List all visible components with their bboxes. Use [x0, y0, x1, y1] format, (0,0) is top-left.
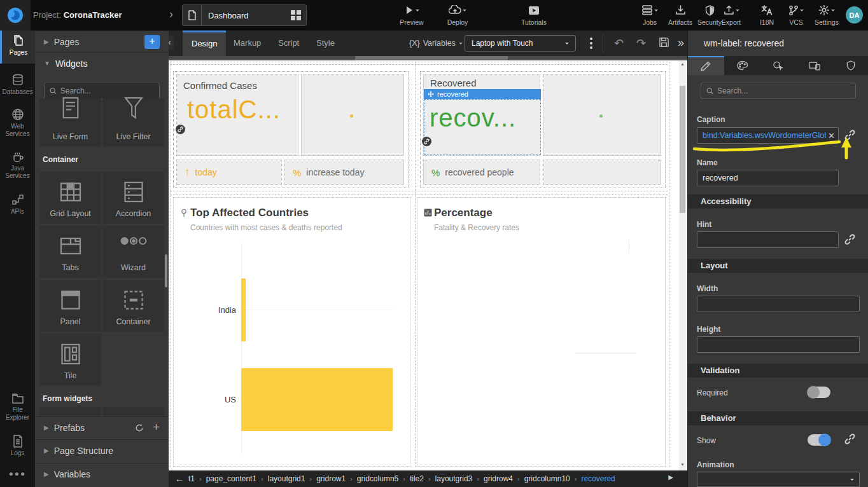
recovered-chart-cell[interactable] — [543, 74, 661, 156]
breadcrumb-scroll-right-icon[interactable]: ▶ — [668, 474, 673, 481]
jobs-caret-icon[interactable] — [654, 10, 658, 13]
widget-tile-grid-layout[interactable]: Grid Layout — [39, 172, 101, 224]
wavemaker-logo[interactable] — [0, 0, 31, 31]
clear-caption-icon[interactable]: ✕ — [826, 131, 835, 141]
preview-caret-icon[interactable] — [416, 10, 419, 13]
countries-chart[interactable]: IndiaUS — [174, 238, 410, 466]
preview-button[interactable]: Preview — [395, 3, 429, 26]
page-structure-section-header[interactable]: ▶ Page Structure — [35, 439, 169, 461]
breadcrumb-back-icon[interactable]: ← — [175, 474, 184, 484]
vcs-caret-icon[interactable] — [800, 10, 804, 13]
save-button[interactable] — [659, 37, 669, 51]
property-search-input[interactable] — [717, 86, 850, 95]
bind-show-button[interactable] — [844, 434, 855, 447]
page-tab-dashboard[interactable]: Dashboard — [182, 4, 307, 26]
deploy-button[interactable]: Deploy — [440, 3, 475, 26]
tab-markup[interactable]: Markup — [225, 31, 270, 56]
width-input[interactable] — [697, 296, 860, 312]
confirmed-increase-cell[interactable]: %increase today — [284, 160, 404, 185]
section-behavior[interactable]: Behavior — [688, 411, 868, 425]
tab-events[interactable] — [760, 56, 797, 75]
chart-bar[interactable] — [241, 278, 246, 341]
confirmed-today-cell[interactable]: ↑today — [176, 160, 282, 185]
widget-tile-wizard[interactable]: Wizard — [102, 226, 164, 278]
widget-tile-tabs[interactable]: Tabs — [39, 226, 101, 278]
bind-badge-icon[interactable] — [176, 125, 185, 134]
widget-tile-live-form[interactable]: Live Form — [39, 99, 101, 147]
more-options-button[interactable] — [587, 36, 595, 51]
breadcrumb-item[interactable]: t1 — [188, 474, 195, 483]
settings-button[interactable]: Settings — [809, 3, 844, 26]
rail-item-logs[interactable]: Logs — [0, 431, 35, 462]
selection-tag[interactable]: recovered — [424, 89, 541, 99]
add-page-button[interactable]: + — [144, 35, 160, 49]
undo-button[interactable]: ↶ — [614, 36, 624, 50]
pages-section-header[interactable]: ▶ Pages + — [35, 31, 169, 52]
animation-select[interactable] — [697, 472, 860, 487]
tab-devices[interactable] — [796, 56, 832, 75]
confirmed-value-label[interactable]: totalC... — [187, 95, 281, 124]
rail-more-button[interactable]: ●●● — [0, 469, 35, 478]
panel-scrollbar[interactable] — [165, 254, 167, 287]
panel-top-affected-countries[interactable]: Top Affected Countries Countries with mo… — [173, 197, 410, 467]
tab-style[interactable]: Style — [307, 31, 344, 56]
export-button[interactable]: Export — [714, 3, 748, 26]
canvas-vertical-scrollbar[interactable]: ▲ ▼ — [679, 60, 686, 470]
recovered-people-cell[interactable]: %recovered people — [423, 160, 540, 185]
panel-percentage[interactable]: Percentage Fatality & Recovery rates — [417, 197, 666, 467]
recovered-value-label[interactable]: recov... — [430, 104, 516, 132]
prefabs-section-header[interactable]: ▶ Prefabs + — [35, 416, 169, 438]
breadcrumb-item[interactable]: recovered — [581, 474, 615, 483]
breadcrumb-item[interactable]: gridrow1 — [316, 474, 346, 483]
tab-styles[interactable] — [724, 56, 760, 75]
redo-button[interactable]: ↷ — [636, 36, 646, 50]
recovered-empty-cell[interactable] — [543, 160, 661, 185]
scroll-up-arrow[interactable]: ▲ — [679, 62, 686, 66]
chart-bar[interactable] — [241, 368, 393, 431]
widget-tile-container[interactable]: Container — [102, 280, 164, 332]
breadcrumb-item[interactable]: gridcolumn10 — [524, 474, 570, 483]
widget-tile-tile[interactable]: Tile — [39, 334, 101, 386]
property-search[interactable] — [701, 83, 856, 99]
breadcrumb-item[interactable]: gridrow4 — [484, 474, 513, 483]
widget-tile-accordion[interactable]: Accordion — [102, 172, 164, 224]
rail-item-pages[interactable]: Pages — [0, 31, 35, 64]
widgets-section-header[interactable]: ▼ Widgets — [35, 52, 169, 74]
deploy-caret-icon[interactable] — [463, 10, 466, 13]
variables-menu-button[interactable]: {X} Variables — [409, 31, 463, 56]
tab-properties[interactable] — [688, 56, 724, 75]
scroll-down-arrow[interactable]: ▼ — [679, 462, 686, 467]
recovered-main-cell[interactable]: Recovered recovered recov... — [423, 74, 540, 156]
breadcrumb-item[interactable]: gridcolumn5 — [357, 474, 398, 483]
breadcrumb-item[interactable]: layoutgrid3 — [435, 474, 473, 483]
breadcrumb-item[interactable]: tile2 — [410, 474, 424, 483]
section-validation[interactable]: Validation — [688, 364, 868, 378]
rail-item-web-services[interactable]: Web Services — [0, 104, 35, 144]
confirmed-main-cell[interactable]: Confirmed Cases totalC... — [176, 74, 298, 156]
widget-tile-partial[interactable] — [39, 407, 101, 416]
rail-item-file-explorer[interactable]: File Explorer — [0, 389, 35, 425]
confirmed-chart-cell[interactable] — [301, 74, 404, 156]
tile-recovered[interactable]: Recovered recovered recov... %recovered … — [420, 71, 666, 188]
widget-tile-live-filter[interactable]: Live Filter — [102, 99, 164, 147]
bind-badge-icon[interactable] — [422, 137, 431, 146]
rail-item-java-services[interactable]: Java Services — [0, 146, 35, 186]
selected-label-widget[interactable]: recov... — [424, 99, 541, 155]
settings-caret-icon[interactable] — [831, 10, 835, 13]
scrollbar-thumb[interactable] — [680, 86, 685, 213]
user-avatar[interactable]: DA — [846, 6, 863, 24]
expand-right-panel-button[interactable]: » — [678, 36, 684, 50]
bind-caption-button[interactable] — [844, 130, 855, 143]
design-canvas[interactable]: Confirmed Cases totalC... ↑today %increa… — [169, 60, 687, 470]
tutorials-button[interactable]: Tutorials — [517, 3, 551, 26]
tab-script[interactable]: Script — [269, 31, 308, 56]
breadcrumb-item[interactable]: layoutgrid1 — [268, 474, 305, 483]
widget-tile-panel[interactable]: Panel — [39, 280, 101, 332]
refresh-icon[interactable] — [135, 423, 144, 432]
variables-section-header[interactable]: ▶ Variables — [35, 463, 169, 484]
rail-item-apis[interactable]: APIs — [0, 189, 35, 223]
breadcrumb-item[interactable]: page_content1 — [206, 474, 256, 483]
scrollbar-thumb[interactable] — [355, 56, 508, 60]
device-selector[interactable]: Laptop with Touch — [465, 35, 576, 51]
jobs-button[interactable]: Jobs — [633, 3, 667, 26]
